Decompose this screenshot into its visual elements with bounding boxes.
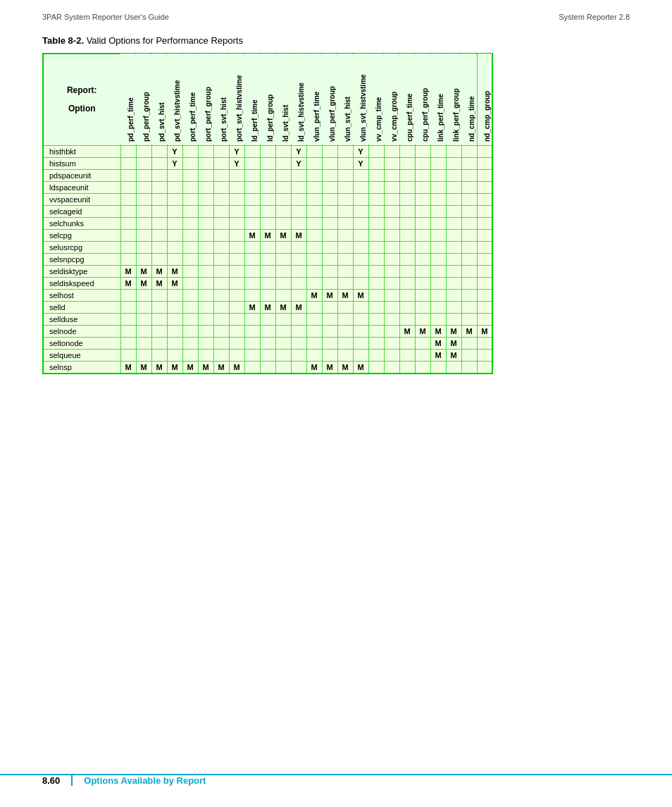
table-row: selnspMMMMMMMMMMMM (43, 361, 492, 374)
cell-selnode-port_perf_group (198, 325, 213, 337)
col-header-ld_svt_histvstime: ld_svt_histvstime (291, 54, 306, 145)
cell-seldiskspeed-port_perf_group (198, 277, 213, 289)
cell-selhost-pd_perf_group (136, 289, 151, 301)
cell-ldspaceunit-pd_svt_histvstime (167, 181, 182, 193)
cell-seltonode-port_svt_hist (213, 337, 229, 349)
cell-seldiskspeed-ld_perf_time (244, 277, 260, 289)
option-label-selnsp: selnsp (43, 361, 120, 374)
cell-selsnpcpg-nd_cmp_time (461, 253, 477, 265)
cell-vvspaceunit-vv_cmp_time (368, 193, 384, 205)
cell-vvspaceunit-ld_svt_histvstime (291, 193, 306, 205)
cell-selchunks-vlun_svt_hist (337, 217, 353, 229)
cell-selhost-vlun_svt_histvstime: M (353, 289, 368, 301)
cell-histsum-port_perf_group (198, 157, 213, 169)
cell-selchunks-ld_perf_time (244, 217, 260, 229)
col-header-port_svt_histvstime: port_svt_histvstime (229, 54, 244, 145)
cell-selhost-nd_cmp_time (461, 289, 477, 301)
cell-selld-ld_svt_hist: M (275, 301, 291, 313)
cell-selusrcpg-vlun_perf_group (322, 241, 337, 253)
cell-selhost-nd_cmp_group (477, 289, 492, 301)
cell-selusrcpg-port_svt_histvstime (229, 241, 244, 253)
cell-histhbkt-vlun_perf_time (306, 145, 322, 157)
cell-histsum-vv_cmp_time (368, 157, 384, 169)
cell-selcpg-ld_perf_group: M (260, 229, 275, 241)
cell-selcpg-vlun_svt_histvstime (353, 229, 368, 241)
cell-selnode-vlun_svt_hist (337, 325, 353, 337)
table-row: selcageid (43, 205, 492, 217)
cell-histsum-vlun_perf_group (322, 157, 337, 169)
cell-selchunks-pd_svt_histvstime (167, 217, 182, 229)
cell-seldisktype-port_svt_histvstime (229, 265, 244, 277)
cell-histsum-vlun_svt_histvstime: Y (353, 157, 368, 169)
cell-seldisktype-vlun_perf_time (306, 265, 322, 277)
cell-ldspaceunit-vlun_perf_time (306, 181, 322, 193)
cell-histhbkt-ld_perf_group (260, 145, 275, 157)
cell-vvspaceunit-cpu_perf_group (415, 193, 430, 205)
cell-selsnpcpg-vlun_perf_time (306, 253, 322, 265)
cell-ldspaceunit-vlun_svt_hist (337, 181, 353, 193)
col-header-ld_perf_time: ld_perf_time (244, 54, 260, 145)
cell-seltonode-vv_cmp_group (384, 337, 399, 349)
cell-selcpg-nd_cmp_group (477, 229, 492, 241)
cell-sellduse-ld_perf_time (244, 313, 260, 325)
table-row: selldMMMM (43, 301, 492, 313)
cell-selcpg-vv_cmp_group (384, 229, 399, 241)
cell-seldiskspeed-pd_perf_group: M (136, 277, 151, 289)
cell-selnsp-link_perf_time (430, 361, 446, 374)
cell-selqueue-port_perf_group (198, 349, 213, 361)
cell-selqueue-pd_perf_group (136, 349, 151, 361)
cell-selcpg-pd_perf_group (136, 229, 151, 241)
cell-selchunks-nd_cmp_group (477, 217, 492, 229)
cell-vvspaceunit-pd_perf_time (120, 193, 136, 205)
cell-selld-link_perf_group (446, 301, 461, 313)
cell-seldisktype-pd_perf_group: M (136, 265, 151, 277)
cell-vvspaceunit-vlun_svt_histvstime (353, 193, 368, 205)
cell-selcageid-ld_perf_group (260, 205, 275, 217)
option-label-vvspaceunit: vvspaceunit (43, 193, 120, 205)
cell-selqueue-vlun_svt_hist (337, 349, 353, 361)
cell-selcpg-port_perf_time (182, 229, 198, 241)
cell-seldisktype-nd_cmp_time (461, 265, 477, 277)
cell-sellduse-nd_cmp_time (461, 313, 477, 325)
cell-selhost-vlun_perf_time: M (306, 289, 322, 301)
cell-selusrcpg-pd_perf_time (120, 241, 136, 253)
cell-selld-vlun_svt_histvstime (353, 301, 368, 313)
cell-selld-vv_cmp_group (384, 301, 399, 313)
cell-seltonode-pd_svt_histvstime (167, 337, 182, 349)
cell-seldiskspeed-pd_svt_hist: M (151, 277, 167, 289)
cell-ldspaceunit-ld_svt_histvstime (291, 181, 306, 193)
cell-selqueue-ld_svt_histvstime (291, 349, 306, 361)
cell-selcpg-cpu_perf_group (415, 229, 430, 241)
cell-selnsp-port_svt_hist: M (213, 361, 229, 374)
cell-pdspaceunit-vv_cmp_time (368, 169, 384, 181)
col-header-vlun_perf_time: vlun_perf_time (306, 54, 322, 145)
cell-histsum-ld_perf_time (244, 157, 260, 169)
cell-vvspaceunit-nd_cmp_group (477, 193, 492, 205)
cell-selqueue-vlun_svt_histvstime (353, 349, 368, 361)
cell-selchunks-vlun_perf_time (306, 217, 322, 229)
col-header-nd_cmp_time: nd_cmp_time (461, 54, 477, 145)
cell-selnsp-vlun_perf_time: M (306, 361, 322, 374)
cell-histhbkt-cpu_perf_time (399, 145, 415, 157)
cell-selusrcpg-pd_svt_histvstime (167, 241, 182, 253)
cell-selnsp-vlun_svt_hist: M (337, 361, 353, 374)
cell-seldiskspeed-ld_svt_hist (275, 277, 291, 289)
cell-selcageid-vlun_perf_group (322, 205, 337, 217)
cell-sellduse-port_perf_time (182, 313, 198, 325)
cell-seltonode-ld_svt_hist (275, 337, 291, 349)
cell-seltonode-cpu_perf_time (399, 337, 415, 349)
cell-pdspaceunit-nd_cmp_time (461, 169, 477, 181)
cell-selnsp-cpu_perf_group (415, 361, 430, 374)
cell-selcageid-port_perf_time (182, 205, 198, 217)
cell-selqueue-nd_cmp_group (477, 349, 492, 361)
cell-histsum-pd_svt_hist (151, 157, 167, 169)
cell-sellduse-cpu_perf_time (399, 313, 415, 325)
cell-pdspaceunit-vlun_svt_histvstime (353, 169, 368, 181)
cell-selsnpcpg-ld_svt_histvstime (291, 253, 306, 265)
cell-selchunks-ld_svt_histvstime (291, 217, 306, 229)
cell-selqueue-nd_cmp_time (461, 349, 477, 361)
cell-selqueue-port_svt_hist (213, 349, 229, 361)
cell-selnode-port_perf_time (182, 325, 198, 337)
cell-selhost-port_perf_group (198, 289, 213, 301)
cell-selnode-cpu_perf_time: M (399, 325, 415, 337)
